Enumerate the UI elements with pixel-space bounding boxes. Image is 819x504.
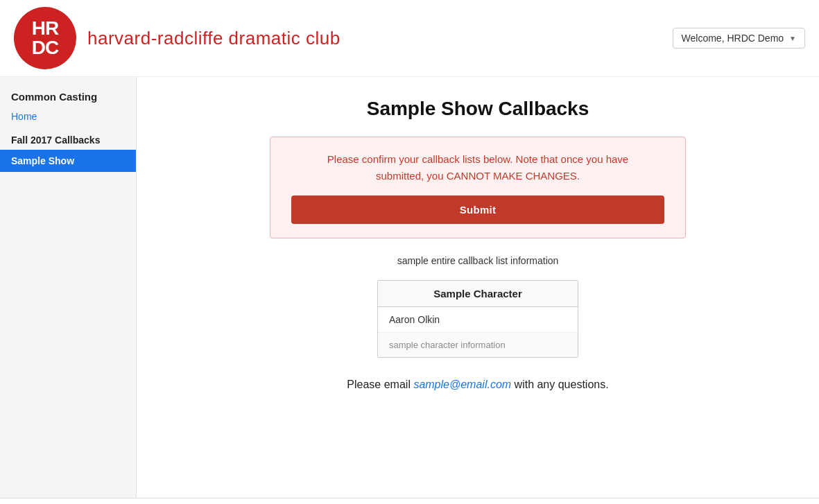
sidebar: Common Casting Home Fall 2017 Callbacks … <box>0 77 137 498</box>
common-casting-title: Common Casting <box>0 88 136 108</box>
info-text: sample entire callback list information <box>178 255 777 266</box>
person-name-cell: Aaron Olkin <box>378 307 578 333</box>
submit-button[interactable]: Submit <box>291 195 664 224</box>
main-content: Sample Show Callbacks Please confirm you… <box>137 77 819 498</box>
sidebar-item-sample-show[interactable]: Sample Show <box>0 150 136 172</box>
dropdown-arrow-icon: ▼ <box>789 35 796 42</box>
alert-text: Please confirm your callback lists below… <box>291 151 664 184</box>
fall-2017-title: Fall 2017 Callbacks <box>0 125 136 150</box>
table-row: sample character information <box>378 333 578 358</box>
contact-text: Please email sample@email.com with any q… <box>178 379 777 391</box>
welcome-dropdown[interactable]: Welcome, HRDC Demo ▼ <box>673 28 805 49</box>
table-row: Aaron Olkin <box>378 307 578 333</box>
hrdc-logo: HRDC <box>14 7 76 69</box>
header: HRDC harvard-radcliffe dramatic club Wel… <box>0 0 819 77</box>
character-table: Sample Character Aaron Olkin sample char… <box>378 281 578 357</box>
alert-box: Please confirm your callback lists below… <box>270 137 686 238</box>
welcome-label: Welcome, HRDC Demo <box>682 33 784 44</box>
page-title: Sample Show Callbacks <box>178 98 777 120</box>
sidebar-item-home[interactable]: Home <box>0 108 136 125</box>
contact-email-link[interactable]: sample@email.com <box>413 379 511 390</box>
org-name: harvard-radcliffe dramatic club <box>87 28 340 49</box>
character-table-header: Sample Character <box>378 281 578 307</box>
character-table-wrapper: Sample Character Aaron Olkin sample char… <box>377 280 578 358</box>
layout: Common Casting Home Fall 2017 Callbacks … <box>0 77 819 498</box>
footer: ©2017 Harvard-Radcliffe Dramatic Club | … <box>0 498 819 504</box>
character-info-cell: sample character information <box>378 333 578 358</box>
header-left: HRDC harvard-radcliffe dramatic club <box>14 7 340 69</box>
